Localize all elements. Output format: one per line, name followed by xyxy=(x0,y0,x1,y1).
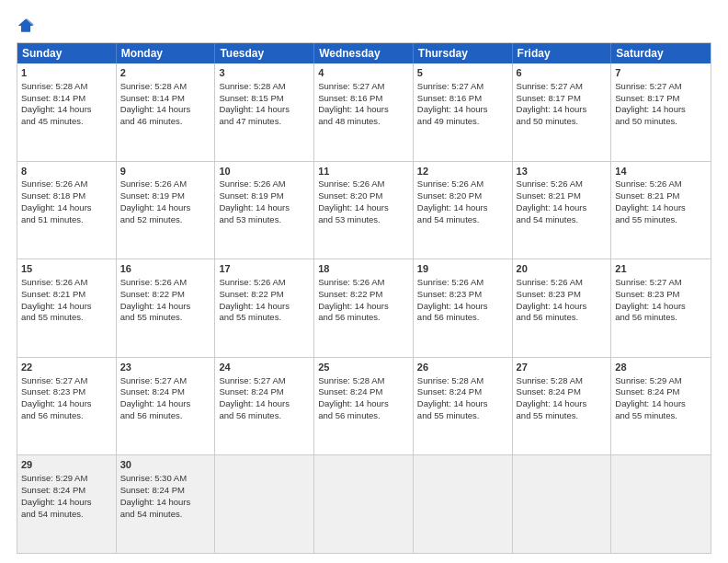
day-info-line: and 53 minutes. xyxy=(219,214,310,226)
calendar-cell: 17Sunrise: 5:26 AMSunset: 8:22 PMDayligh… xyxy=(215,259,314,357)
day-number: 26 xyxy=(417,361,508,374)
day-info-line: Sunrise: 5:27 AM xyxy=(417,81,508,93)
day-info-line: Daylight: 14 hours xyxy=(615,301,707,313)
calendar-cell: 19Sunrise: 5:26 AMSunset: 8:23 PMDayligh… xyxy=(414,259,513,357)
header xyxy=(17,17,711,35)
day-info-line: and 55 minutes. xyxy=(615,410,707,422)
day-info-line: Sunrise: 5:27 AM xyxy=(120,375,211,387)
day-number: 17 xyxy=(219,262,310,276)
day-info-line: and 55 minutes. xyxy=(120,312,211,324)
calendar-cell: 14Sunrise: 5:26 AMSunset: 8:21 PMDayligh… xyxy=(611,162,711,259)
day-header-thursday: Thursday xyxy=(414,43,513,63)
calendar-cell: 21Sunrise: 5:27 AMSunset: 8:23 PMDayligh… xyxy=(611,259,711,357)
day-info-line: Daylight: 14 hours xyxy=(318,202,409,214)
day-info-line: Sunset: 8:21 PM xyxy=(21,289,112,301)
day-header-sunday: Sunday xyxy=(17,43,117,63)
day-info-line: Sunrise: 5:27 AM xyxy=(517,81,608,93)
day-info-line: and 51 minutes. xyxy=(21,214,112,226)
day-info-line: Sunset: 8:24 PM xyxy=(219,386,310,398)
day-info-line: Sunrise: 5:26 AM xyxy=(615,178,707,190)
day-info-line: Daylight: 14 hours xyxy=(21,104,112,116)
day-info-line: Sunrise: 5:30 AM xyxy=(120,473,211,485)
day-number: 9 xyxy=(120,165,211,178)
day-number: 12 xyxy=(417,165,508,178)
calendar-week-3: 15Sunrise: 5:26 AMSunset: 8:21 PMDayligh… xyxy=(17,259,711,357)
calendar-cell: 12Sunrise: 5:26 AMSunset: 8:20 PMDayligh… xyxy=(414,162,513,259)
day-info-line: Sunset: 8:20 PM xyxy=(318,190,409,202)
calendar-cell: 1Sunrise: 5:28 AMSunset: 8:14 PMDaylight… xyxy=(17,63,117,161)
day-number: 11 xyxy=(318,165,409,178)
day-info-line: Sunrise: 5:26 AM xyxy=(318,277,409,289)
day-info-line: and 55 minutes. xyxy=(219,312,310,324)
day-number: 7 xyxy=(615,66,707,80)
day-info-line: Sunrise: 5:29 AM xyxy=(615,375,707,387)
calendar-cell: 15Sunrise: 5:26 AMSunset: 8:21 PMDayligh… xyxy=(17,259,117,357)
day-info-line: Sunset: 8:23 PM xyxy=(21,386,112,398)
day-number: 14 xyxy=(615,165,707,178)
day-info-line: Sunset: 8:19 PM xyxy=(120,190,211,202)
day-info-line: and 55 minutes. xyxy=(615,214,707,226)
day-info-line: Sunrise: 5:26 AM xyxy=(21,277,112,289)
day-number: 3 xyxy=(219,66,310,80)
calendar-cell: 30Sunrise: 5:30 AMSunset: 8:24 PMDayligh… xyxy=(117,455,216,553)
day-number: 25 xyxy=(318,361,409,374)
day-info-line: Daylight: 14 hours xyxy=(120,398,211,410)
calendar-cell: 13Sunrise: 5:26 AMSunset: 8:21 PMDayligh… xyxy=(513,162,612,259)
day-info-line: Daylight: 14 hours xyxy=(615,104,707,116)
day-info-line: Sunset: 8:22 PM xyxy=(219,289,310,301)
day-number: 20 xyxy=(517,262,608,276)
day-info-line: Sunrise: 5:28 AM xyxy=(417,375,508,387)
day-info-line: and 54 minutes. xyxy=(21,509,112,521)
day-info-line: and 47 minutes. xyxy=(219,116,310,128)
day-number: 21 xyxy=(615,262,707,276)
day-info-line: Sunrise: 5:27 AM xyxy=(219,375,310,387)
day-info-line: Sunset: 8:23 PM xyxy=(517,289,608,301)
logo-icon xyxy=(17,17,35,35)
calendar-cell xyxy=(314,455,414,553)
calendar-cell: 10Sunrise: 5:26 AMSunset: 8:19 PMDayligh… xyxy=(215,162,314,259)
day-info-line: and 49 minutes. xyxy=(417,116,508,128)
calendar-cell: 2Sunrise: 5:28 AMSunset: 8:14 PMDaylight… xyxy=(117,63,216,161)
day-number: 6 xyxy=(517,66,608,80)
day-info-line: Sunrise: 5:28 AM xyxy=(318,375,409,387)
day-header-monday: Monday xyxy=(117,43,216,63)
day-info-line: and 56 minutes. xyxy=(318,410,409,422)
day-number: 10 xyxy=(219,165,310,178)
day-info-line: and 48 minutes. xyxy=(318,116,409,128)
day-info-line: Sunrise: 5:29 AM xyxy=(21,473,112,485)
day-info-line: and 53 minutes. xyxy=(318,214,409,226)
calendar-cell: 4Sunrise: 5:27 AMSunset: 8:16 PMDaylight… xyxy=(314,63,414,161)
day-number: 22 xyxy=(21,361,112,374)
day-info-line: and 56 minutes. xyxy=(219,410,310,422)
page: SundayMondayTuesdayWednesdayThursdayFrid… xyxy=(0,0,728,563)
calendar-cell: 16Sunrise: 5:26 AMSunset: 8:22 PMDayligh… xyxy=(117,259,216,357)
day-info-line: Sunrise: 5:26 AM xyxy=(219,178,310,190)
day-info-line: Sunset: 8:23 PM xyxy=(615,289,707,301)
calendar-cell: 7Sunrise: 5:27 AMSunset: 8:17 PMDaylight… xyxy=(611,63,711,161)
day-info-line: Sunset: 8:19 PM xyxy=(219,190,310,202)
day-number: 23 xyxy=(120,361,211,374)
calendar-cell: 22Sunrise: 5:27 AMSunset: 8:23 PMDayligh… xyxy=(17,358,117,455)
calendar-body: 1Sunrise: 5:28 AMSunset: 8:14 PMDaylight… xyxy=(17,63,711,553)
day-info-line: and 50 minutes. xyxy=(517,116,608,128)
calendar-cell: 25Sunrise: 5:28 AMSunset: 8:24 PMDayligh… xyxy=(314,358,414,455)
day-info-line: and 54 minutes. xyxy=(417,214,508,226)
calendar-cell: 20Sunrise: 5:26 AMSunset: 8:23 PMDayligh… xyxy=(513,259,612,357)
day-info-line: and 52 minutes. xyxy=(120,214,211,226)
day-info-line: Sunset: 8:17 PM xyxy=(517,93,608,105)
day-info-line: Sunrise: 5:27 AM xyxy=(615,81,707,93)
day-info-line: and 50 minutes. xyxy=(615,116,707,128)
day-info-line: Daylight: 14 hours xyxy=(417,301,508,313)
day-info-line: and 56 minutes. xyxy=(120,410,211,422)
calendar-cell: 29Sunrise: 5:29 AMSunset: 8:24 PMDayligh… xyxy=(17,455,117,553)
day-info-line: Daylight: 14 hours xyxy=(219,398,310,410)
day-info-line: Sunrise: 5:28 AM xyxy=(219,81,310,93)
day-info-line: Daylight: 14 hours xyxy=(517,202,608,214)
day-info-line: Daylight: 14 hours xyxy=(417,104,508,116)
day-number: 4 xyxy=(318,66,409,80)
calendar-week-5: 29Sunrise: 5:29 AMSunset: 8:24 PMDayligh… xyxy=(17,454,711,553)
calendar-cell xyxy=(611,455,711,553)
day-number: 13 xyxy=(517,165,608,178)
day-number: 15 xyxy=(21,262,112,276)
day-info-line: Sunrise: 5:28 AM xyxy=(21,81,112,93)
